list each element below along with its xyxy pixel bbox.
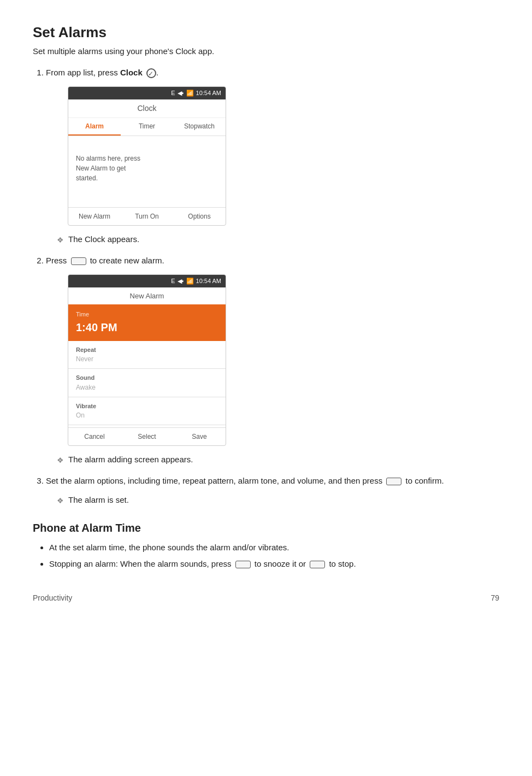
bullet-2-text: Stopping an alarm: When the alarm sounds… [49, 559, 356, 568]
checkmark-icon-2: ❖ [57, 455, 64, 466]
step-3-text: Set the alarm options, including time, r… [46, 476, 444, 485]
clock-body: No alarms here, pressNew Alarm to getsta… [68, 136, 226, 207]
bullet-2: Stopping an alarm: When the alarm sounds… [49, 558, 499, 571]
step-1-note-text: The Clock appears. [68, 233, 139, 246]
cancel-btn[interactable]: Cancel [68, 428, 121, 445]
new-alarm-btn[interactable]: New Alarm [68, 208, 121, 225]
step-3-note-text: The alarm is set. [68, 494, 129, 507]
turn-on-btn[interactable]: Turn On [121, 208, 173, 225]
bullet-1: At the set alarm time, the phone sounds … [49, 542, 499, 554]
subtitle: Set multiple alarms using your phone's C… [33, 45, 499, 58]
step-3-note: ❖ The alarm is set. [57, 494, 499, 507]
phone-at-alarm-list: At the set alarm time, the phone sounds … [33, 542, 499, 571]
page-number: 79 [490, 592, 499, 604]
clock-app-label: Clock [120, 68, 143, 77]
step-2-note: ❖ The alarm adding screen appears. [57, 454, 499, 466]
stop-icon [310, 561, 325, 568]
checkmark-icon-3: ❖ [57, 495, 64, 507]
wifi-icon: 📶 [186, 89, 194, 98]
save-btn[interactable]: Save [173, 428, 226, 445]
repeat-field[interactable]: Repeat Never [68, 341, 226, 369]
step-2-note-text: The alarm adding screen appears. [68, 454, 193, 466]
time-value: 1:40 PM [76, 319, 218, 336]
new-alarm-icon [71, 257, 86, 265]
signal-icon: ◀▪ [178, 89, 184, 98]
step-1-note: ❖ The Clock appears. [57, 233, 499, 246]
snooze-icon [235, 561, 251, 568]
sound-value: Awake [76, 383, 218, 392]
status-bar-2: E ◀▪ 📶 10:54 AM [68, 275, 226, 287]
checkmark-icon-1: ❖ [57, 234, 64, 246]
network-indicator: E [171, 89, 175, 98]
tab-alarm[interactable]: Alarm [68, 118, 121, 136]
tab-stopwatch[interactable]: Stopwatch [173, 118, 226, 136]
status-bar-1: E ◀▪ 📶 10:54 AM [68, 87, 226, 99]
alarm-bottom-bar: Cancel Select Save [68, 427, 226, 445]
alarm-time-section: Time 1:40 PM [68, 304, 226, 341]
clock-bottom-bar: New Alarm Turn On Options [68, 207, 226, 225]
clock-tabs: Alarm Timer Stopwatch [68, 118, 226, 136]
clock-title: Clock [68, 99, 226, 118]
no-alarm-text: No alarms here, pressNew Alarm to getsta… [76, 154, 218, 183]
sound-label: Sound [76, 373, 218, 383]
repeat-label: Repeat [76, 345, 218, 355]
new-alarm-title: New Alarm [68, 287, 226, 305]
confirm-icon [386, 478, 401, 485]
vibrate-label: Vibrate [76, 402, 218, 411]
step-1-text: From app list, press Clock . [46, 68, 158, 77]
signal-icon-2: ◀▪ [178, 277, 184, 286]
time-display-2: 10:54 AM [196, 277, 221, 286]
footer: Productivity 79 [33, 592, 499, 604]
vibrate-value: On [76, 410, 218, 420]
clock-icon [146, 68, 156, 78]
phone-at-alarm-title: Phone at Alarm Time [33, 520, 499, 536]
time-display-1: 10:54 AM [196, 89, 221, 98]
clock-screen-1: E ◀▪ 📶 10:54 AM Clock Alarm Timer Stopwa… [68, 86, 226, 226]
repeat-value: Never [76, 354, 218, 364]
page-title: Set Alarms [33, 22, 499, 43]
select-btn[interactable]: Select [121, 428, 173, 445]
footer-left: Productivity [33, 592, 72, 604]
time-label: Time [76, 310, 218, 319]
vibrate-field[interactable]: Vibrate On [68, 397, 226, 426]
tab-timer[interactable]: Timer [121, 118, 173, 136]
sound-field[interactable]: Sound Awake [68, 369, 226, 397]
wifi-icon-2: 📶 [186, 277, 194, 286]
network-indicator-2: E [171, 277, 175, 286]
clock-screen-2: E ◀▪ 📶 10:54 AM New Alarm Time 1:40 PM R… [68, 274, 226, 446]
step-2-text: Press to create new alarm. [46, 256, 164, 265]
bullet-1-text: At the set alarm time, the phone sounds … [49, 543, 289, 552]
options-btn[interactable]: Options [173, 208, 226, 225]
